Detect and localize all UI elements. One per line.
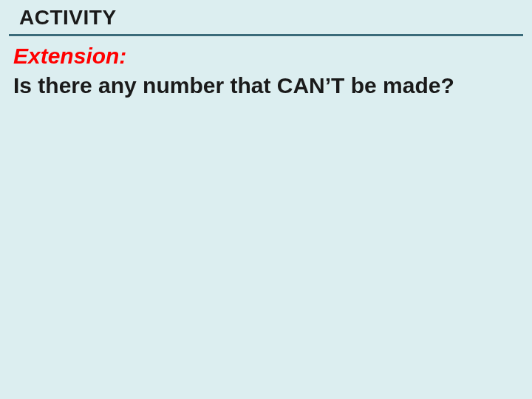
header-section: ACTIVITY: [0, 0, 532, 30]
extension-label: Extension:: [13, 42, 532, 70]
page-title: ACTIVITY: [19, 6, 532, 30]
question-text: Is there any number that CAN’T be made?: [13, 72, 532, 100]
content-area: Extension: Is there any number that CAN’…: [0, 36, 532, 99]
